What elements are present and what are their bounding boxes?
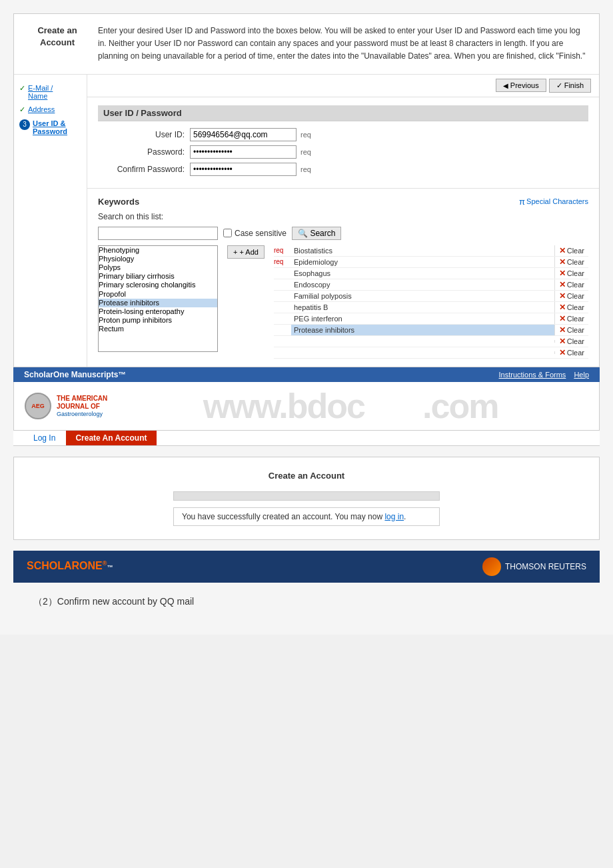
clear-biostatistics-button[interactable]: ✕ Clear xyxy=(555,245,588,256)
wizard-step-userid[interactable]: 3 User ID & Password xyxy=(14,117,87,138)
success-card: Create an Account You have successfully … xyxy=(13,457,600,540)
journal-name-line3: Gastroenterology xyxy=(57,411,107,417)
list-item: ✕ Clear xyxy=(274,336,588,347)
selected-keywords-list: req Biostatistics ✕ Clear req Epidemiolo… xyxy=(274,245,588,359)
check-icon: ✓ xyxy=(19,105,25,114)
list-item: Familial polyposis ✕ Clear xyxy=(274,291,588,302)
keyword-search-input[interactable] xyxy=(98,227,218,240)
wizard-steps: ✓ E-Mail / Name ✓ Address 3 User ID & xyxy=(14,75,87,367)
section-title: User ID / Password xyxy=(103,108,182,118)
journal-name-line2: JOURNAL OF xyxy=(57,403,107,411)
x-icon: ✕ xyxy=(559,348,566,357)
arrow-left-icon: ◀ xyxy=(503,82,508,89)
check-icon: ✓ xyxy=(556,81,562,90)
x-icon: ✕ xyxy=(559,325,566,335)
journal-name-line1: THE AMERICAN xyxy=(57,395,107,403)
available-keywords-select[interactable]: Phenotyping Physiology Polyps Primary bi… xyxy=(99,246,217,351)
footer-bar: SCHOLARONE®™ THOMSON REUTERS xyxy=(13,551,600,583)
special-characters-button[interactable]: π Special Characters xyxy=(519,197,588,207)
success-message: You have successfully created an account… xyxy=(173,507,440,526)
x-icon: ✕ xyxy=(559,257,566,267)
clear-empty2-button[interactable]: ✕ Clear xyxy=(555,347,588,358)
wizard-step-email[interactable]: ✓ E-Mail / Name xyxy=(14,81,87,103)
keyword-name: Endoscopy xyxy=(291,279,555,290)
case-sensitive-checkbox[interactable] xyxy=(223,229,232,237)
clear-familial-button[interactable]: ✕ Clear xyxy=(555,291,588,301)
x-icon: ✕ xyxy=(559,337,566,346)
keyword-name: PEG interferon xyxy=(291,313,555,324)
keyword-name xyxy=(291,351,555,354)
keyword-name: Biostatistics xyxy=(291,245,555,256)
keyword-name: Esophagus xyxy=(291,268,555,279)
clear-hepatitis-button[interactable]: ✕ Clear xyxy=(555,302,588,313)
navigation-bar: ScholarOne Manuscripts™ Instructions & F… xyxy=(13,367,600,382)
x-icon: ✕ xyxy=(559,269,566,278)
case-sensitive-label: Case sensitive xyxy=(223,229,287,238)
keywords-title: Keywords xyxy=(98,197,139,207)
list-item: hepatitis B ✕ Clear xyxy=(274,302,588,313)
available-keywords-list[interactable]: Phenotyping Physiology Polyps Primary bi… xyxy=(98,245,218,352)
step-number: 3 xyxy=(19,119,30,130)
previous-button[interactable]: ◀ Previous xyxy=(496,79,546,92)
password-input[interactable] xyxy=(190,145,297,159)
clear-protease-button[interactable]: ✕ Clear xyxy=(555,325,588,335)
login-link[interactable]: log in xyxy=(384,512,404,521)
x-icon: ✕ xyxy=(559,280,566,289)
keyword-name xyxy=(291,340,555,343)
confirm-password-req: req xyxy=(301,165,311,173)
keyword-name: hepatitis B xyxy=(291,302,555,313)
keyword-name: Epidemiology xyxy=(291,257,555,267)
tab-login[interactable]: Log In xyxy=(24,431,65,445)
userid-input[interactable] xyxy=(190,128,297,141)
list-item: Endoscopy ✕ Clear xyxy=(274,279,588,291)
brand-label: ScholarOne Manuscripts™ xyxy=(24,370,126,379)
page-title: Create an Account xyxy=(27,25,87,63)
clear-empty1-button[interactable]: ✕ Clear xyxy=(555,336,588,347)
pi-icon: π xyxy=(519,197,525,207)
x-icon: ✕ xyxy=(559,291,566,301)
req-badge: req xyxy=(274,247,289,254)
x-icon: ✕ xyxy=(559,303,566,312)
page-description: Enter your desired User ID and Password … xyxy=(98,25,586,63)
finish-button[interactable]: ✓ Finish xyxy=(549,79,591,93)
wizard-step-address[interactable]: ✓ Address xyxy=(14,103,87,117)
progress-bar xyxy=(173,491,440,501)
list-item: req Epidemiology ✕ Clear xyxy=(274,257,588,268)
instructions-link[interactable]: Instructions & Forms xyxy=(499,371,566,379)
tab-bar: Log In Create An Account xyxy=(13,431,600,446)
confirm-password-input[interactable] xyxy=(190,163,297,176)
list-item: Protease inhibitors ✕ Clear xyxy=(274,325,588,336)
plus-icon: + xyxy=(233,248,237,256)
tab-create-account[interactable]: Create An Account xyxy=(66,431,156,445)
journal-logo: AEG xyxy=(25,393,51,419)
success-title: Create an Account xyxy=(269,471,344,481)
list-item: req Biostatistics ✕ Clear xyxy=(274,245,588,257)
clear-epidemiology-button[interactable]: ✕ Clear xyxy=(555,257,588,267)
search-button[interactable]: 🔍 Search xyxy=(292,227,341,240)
search-icon: 🔍 xyxy=(298,229,308,238)
keyword-name: Familial polyposis xyxy=(291,291,555,301)
userid-req: req xyxy=(301,131,311,139)
thomson-reuters-logo: THOMSON REUTERS xyxy=(482,557,586,576)
help-link[interactable]: Help xyxy=(574,371,589,379)
userid-label: User ID: xyxy=(98,130,185,139)
clear-peg-button[interactable]: ✕ Clear xyxy=(555,313,588,324)
password-req: req xyxy=(301,148,311,156)
thomson-icon xyxy=(482,557,501,576)
scholarone-brand: SCHOLARONE®™ xyxy=(27,560,113,572)
search-on-list-label: Search on this list: xyxy=(98,212,163,221)
confirm-password-label: Confirm Password: xyxy=(98,165,185,174)
x-icon: ✕ xyxy=(559,314,566,323)
keyword-name: Protease inhibitors xyxy=(291,325,555,335)
check-icon: ✓ xyxy=(19,84,25,93)
clear-endoscopy-button[interactable]: ✕ Clear xyxy=(555,279,588,290)
clear-esophagus-button[interactable]: ✕ Clear xyxy=(555,268,588,279)
caption: （2）Confirm new account by QQ mail xyxy=(13,583,600,621)
add-keyword-button[interactable]: + + Add xyxy=(227,245,265,259)
list-item: Esophagus ✕ Clear xyxy=(274,268,588,279)
logo-bar: AEG THE AMERICAN JOURNAL OF Gastroentero… xyxy=(13,382,600,431)
password-label: Password: xyxy=(98,147,185,157)
x-icon: ✕ xyxy=(559,246,566,255)
watermark: www.bdoc .com xyxy=(113,386,588,426)
list-item: ✕ Clear xyxy=(274,347,588,359)
